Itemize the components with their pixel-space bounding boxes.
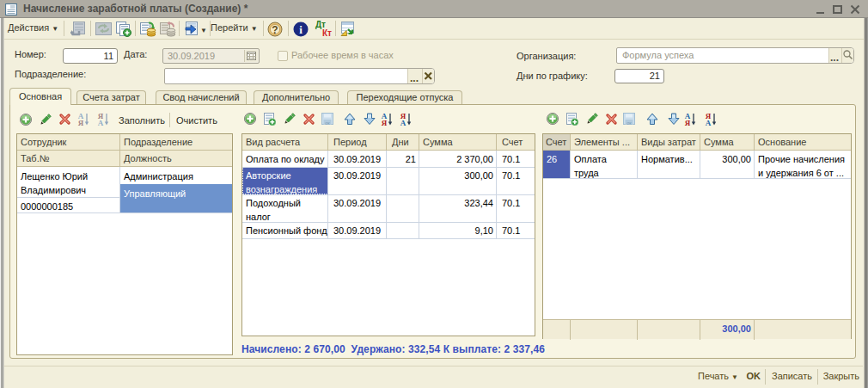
svg-text:?: ? [272,24,278,36]
svg-text:i: i [299,23,303,36]
